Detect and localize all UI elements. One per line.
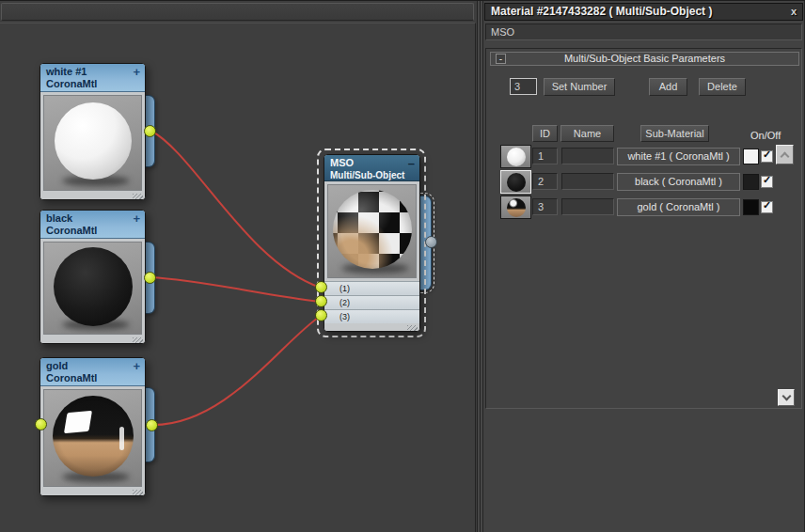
submaterial-thumbnail[interactable]	[500, 145, 531, 168]
resize-grip[interactable]	[40, 490, 145, 496]
mso-slot3-input-socket[interactable]	[315, 309, 327, 321]
node-title: MSO	[330, 157, 414, 169]
node-body	[40, 92, 145, 194]
chevron-down-icon	[781, 392, 791, 401]
mso-slot1-input-socket[interactable]	[315, 281, 327, 293]
specular-highlight	[119, 427, 124, 451]
material-preview	[43, 95, 142, 191]
rollout-header[interactable]: - Multi/Sub-Object Basic Parameters	[490, 52, 799, 66]
collapse-icon[interactable]: -	[496, 54, 506, 64]
id-field[interactable]: 1	[532, 148, 558, 164]
color-swatch[interactable]	[743, 199, 759, 215]
submaterial-button[interactable]: gold ( CoronaMtl )	[617, 198, 740, 216]
onoff-checkbox[interactable]: ✓	[761, 150, 773, 163]
add-button[interactable]: Add	[649, 78, 687, 96]
node-title: white #1	[46, 66, 139, 78]
pane-splitter[interactable]	[477, 1, 483, 532]
rollout-title: Multi/Sub-Object Basic Parameters	[564, 53, 725, 64]
node-subtitle: CoronaMtl	[46, 78, 139, 90]
expand-icon[interactable]: +	[133, 65, 140, 79]
submaterial-row: 3 gold ( CoronaMtl ) ✓	[486, 196, 803, 219]
check-icon: ✓	[763, 149, 771, 161]
white-sphere-image	[55, 102, 132, 180]
name-input[interactable]	[561, 173, 614, 190]
onoff-column-label: On/Off	[750, 130, 781, 141]
sort-id-button[interactable]: ID	[532, 125, 558, 142]
material-preview	[43, 242, 142, 335]
mso-slot2-input-socket[interactable]	[315, 295, 327, 307]
set-number-button[interactable]: Set Number	[544, 78, 615, 96]
node-subtitle: CoronaMtl	[46, 372, 139, 384]
collapse-icon[interactable]: –	[408, 156, 415, 170]
submaterial-button[interactable]: black ( CoronaMtl )	[617, 173, 740, 191]
specular-highlight	[64, 411, 92, 433]
scroll-up-button[interactable]	[776, 145, 794, 164]
material-name-field[interactable]: MSO	[485, 23, 802, 40]
onoff-checkbox[interactable]: ✓	[761, 176, 773, 188]
expand-icon[interactable]: +	[133, 211, 140, 226]
node-gold[interactable]: gold CoronaMtl +	[39, 357, 146, 496]
node-black-output-socket[interactable]	[144, 272, 156, 284]
node-title: black	[46, 212, 139, 225]
panel-title-bar[interactable]: Material #2147433282 ( Multi/Sub-Object …	[484, 3, 803, 21]
expand-icon[interactable]: +	[133, 359, 140, 373]
name-input[interactable]	[561, 198, 614, 215]
black-sphere-thumb	[507, 173, 526, 192]
chevron-up-icon	[781, 152, 790, 162]
submaterial-thumbnail[interactable]	[500, 196, 531, 219]
node-subtitle: CoronaMtl	[46, 225, 139, 237]
node-white[interactable]: white #1 CoronaMtl +	[39, 63, 146, 200]
white-sphere-thumb	[507, 148, 526, 166]
gold-sphere-thumb	[507, 198, 526, 217]
panel-title-text: Material #2147433282 ( Multi/Sub-Object …	[491, 5, 712, 18]
gold-sphere-image	[53, 396, 134, 477]
submaterial-button[interactable]: white #1 ( CoronaMtl )	[617, 148, 740, 165]
node-mso-header[interactable]: MSO Multi/Sub-Object –	[324, 155, 419, 181]
checker-sphere-image	[333, 190, 412, 269]
delete-button[interactable]: Delete	[699, 78, 746, 96]
resize-grip[interactable]	[324, 323, 419, 332]
material-preview	[327, 184, 417, 278]
id-field[interactable]: 3	[532, 198, 558, 215]
mso-output-socket[interactable]	[425, 236, 437, 248]
node-white-header[interactable]: white #1 CoronaMtl +	[40, 64, 145, 92]
material-count-input[interactable]: 3	[510, 78, 537, 95]
onoff-checkbox[interactable]: ✓	[761, 201, 773, 213]
slate-material-editor: white #1 CoronaMtl + black CoronaMtl +	[0, 0, 805, 532]
node-gold-input-socket[interactable]	[35, 418, 47, 430]
node-mso[interactable]: MSO Multi/Sub-Object – (1) (2) (3)	[324, 154, 420, 332]
slot-3[interactable]: (3)	[324, 309, 419, 323]
submaterial-row: 2 black ( CoronaMtl ) ✓	[486, 170, 803, 194]
resize-grip[interactable]	[40, 337, 145, 344]
resize-grip[interactable]	[40, 194, 145, 200]
node-title: gold	[46, 360, 139, 372]
sort-name-button[interactable]: Name	[560, 125, 614, 142]
node-body	[40, 386, 145, 490]
color-swatch[interactable]	[743, 149, 759, 164]
slot-1[interactable]: (1)	[324, 281, 419, 295]
check-icon: ✓	[763, 174, 771, 186]
check-icon: ✓	[763, 199, 771, 211]
color-swatch[interactable]	[743, 174, 759, 190]
slot-2[interactable]: (2)	[324, 295, 419, 309]
material-parameter-panel: Material #2147433282 ( Multi/Sub-Object …	[483, 1, 805, 532]
basic-parameters-rollout: - Multi/Sub-Object Basic Parameters 3 Se…	[485, 48, 802, 409]
node-view-pane: white #1 CoronaMtl + black CoronaMtl +	[0, 1, 477, 532]
node-body	[324, 181, 419, 281]
node-black-header[interactable]: black CoronaMtl +	[40, 211, 145, 239]
name-input[interactable]	[561, 148, 614, 164]
sort-submaterial-button[interactable]: Sub-Material	[640, 125, 709, 142]
id-field[interactable]: 2	[532, 173, 558, 190]
node-body	[40, 239, 145, 337]
node-white-output-socket[interactable]	[144, 125, 156, 137]
close-icon[interactable]: x	[791, 4, 797, 20]
submaterial-row: 1 white #1 ( CoronaMtl ) ✓	[486, 145, 803, 168]
node-gold-header[interactable]: gold CoronaMtl +	[40, 358, 145, 386]
view-toolbar	[1, 3, 474, 21]
material-preview	[43, 389, 142, 487]
submaterial-thumbnail[interactable]	[500, 170, 531, 194]
node-black[interactable]: black CoronaMtl +	[39, 210, 146, 344]
node-gold-output-socket[interactable]	[146, 419, 158, 431]
black-sphere-image	[54, 247, 133, 326]
scroll-down-button[interactable]	[778, 389, 795, 406]
